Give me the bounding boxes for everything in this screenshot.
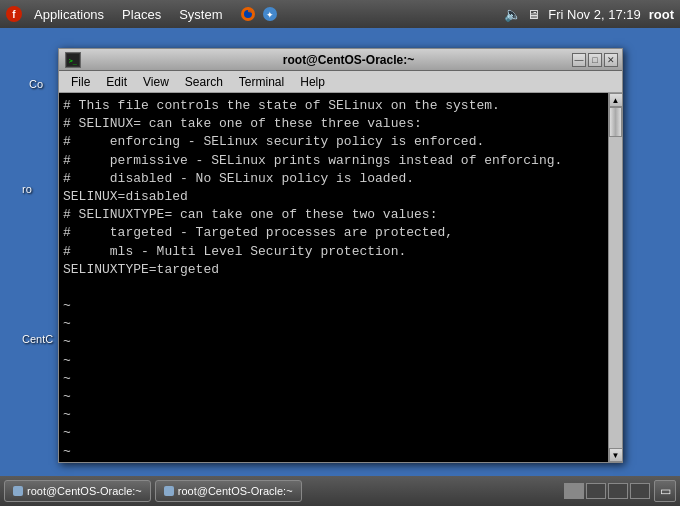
menu-file[interactable]: File [63,73,98,91]
menu-terminal[interactable]: Terminal [231,73,292,91]
desktop-icon-centc: CentC [22,333,53,345]
pager-box-2[interactable] [586,483,606,499]
maximize-button[interactable]: □ [588,53,602,67]
scroll-down-button[interactable]: ▼ [609,448,623,462]
term1-dot [13,486,23,496]
terminal-titlebar: >_ root@CentOS-Oracle:~ — □ ✕ [59,49,622,71]
svg-text:✦: ✦ [266,10,274,20]
workspace-pager [564,483,650,499]
app-icon: f [4,4,24,24]
taskbar-bottom: root@CentOS-Oracle:~ root@CentOS-Oracle:… [0,476,680,506]
minimize-button[interactable]: — [572,53,586,67]
desktop-icon-ro: ro [22,183,32,195]
show-desktop-button[interactable]: ▭ [654,480,676,502]
terminal-content-area: # This file controls the state of SELinu… [59,93,622,462]
extra-icon[interactable]: ✦ [260,4,280,24]
term2-label: root@CentOS-Oracle:~ [178,485,293,497]
taskbar-bottom-right: ▭ [564,480,676,502]
taskbar-top: f Applications Places System ✦ 🔈 🖥 [0,0,680,28]
scroll-up-button[interactable]: ▲ [609,93,623,107]
menu-search[interactable]: Search [177,73,231,91]
terminal-scrollbar[interactable]: ▲ ▼ [608,93,622,462]
terminal-title: root@CentOS-Oracle:~ [81,53,616,67]
menu-places[interactable]: Places [114,5,169,24]
terminal-icon: >_ [65,52,81,68]
taskbar-top-right: 🔈 🖥 Fri Nov 2, 17:19 root [504,0,674,28]
terminal-text[interactable]: # This file controls the state of SELinu… [59,93,608,462]
volume-icon[interactable]: 🔈 [504,6,521,22]
taskbar-term2[interactable]: root@CentOS-Oracle:~ [155,480,302,502]
taskbar-term1[interactable]: root@CentOS-Oracle:~ [4,480,151,502]
menu-system[interactable]: System [171,5,230,24]
firefox-icon[interactable] [238,4,258,24]
menu-applications[interactable]: Applications [26,5,112,24]
term2-dot [164,486,174,496]
terminal-window: >_ root@CentOS-Oracle:~ — □ ✕ File Edit … [58,48,623,463]
system-icons: 🔈 🖥 [504,6,540,22]
term1-label: root@CentOS-Oracle:~ [27,485,142,497]
terminal-menubar: File Edit View Search Terminal Help [59,71,622,93]
scrollbar-thumb[interactable] [609,107,622,137]
menu-view[interactable]: View [135,73,177,91]
close-button[interactable]: ✕ [604,53,618,67]
network-icon[interactable]: 🖥 [527,7,540,22]
pager-box-3[interactable] [608,483,628,499]
desktop: Co ro CentC >_ root@CentOS-Oracle:~ — □ … [0,28,680,476]
pager-box-1[interactable] [564,483,584,499]
terminal-controls: — □ ✕ [572,53,618,67]
taskbar-top-left: f Applications Places System ✦ [4,4,280,24]
datetime-display: Fri Nov 2, 17:19 [548,7,641,22]
scrollbar-track[interactable] [609,107,622,448]
svg-text:>_: >_ [69,57,78,65]
desktop-icon-co: Co [29,78,43,90]
menu-edit[interactable]: Edit [98,73,135,91]
user-display: root [649,7,674,22]
menu-help[interactable]: Help [292,73,333,91]
pager-box-4[interactable] [630,483,650,499]
